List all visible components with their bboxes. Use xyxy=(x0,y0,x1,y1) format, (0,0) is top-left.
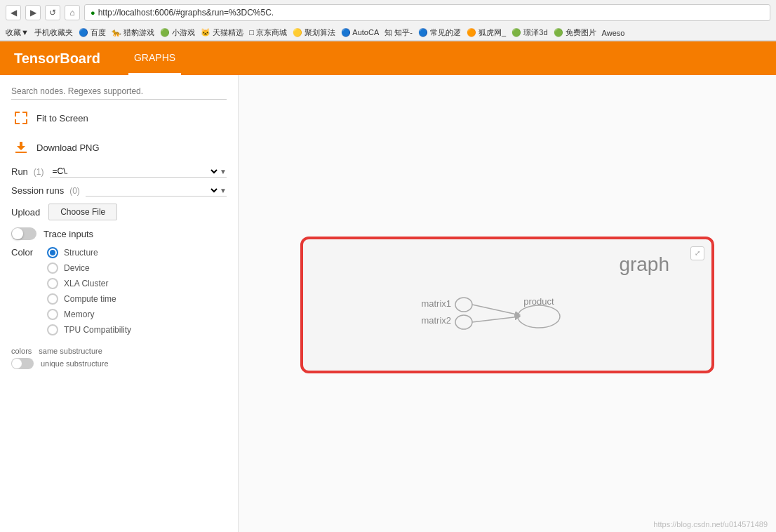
structure-label: Structure xyxy=(64,248,98,258)
bookmark-autoca[interactable]: 🔵 AutoCA xyxy=(341,28,379,37)
svg-rect-3 xyxy=(26,112,27,117)
color-label: Color xyxy=(11,247,33,258)
bookmark-aweso[interactable]: Aweso xyxy=(602,29,625,37)
trace-inputs-row: Trace inputs xyxy=(11,227,227,240)
graph-corner-button[interactable]: ⤢ xyxy=(690,246,704,260)
session-runs-count: (0) xyxy=(69,186,80,196)
url-text: http://localhost:6006/#graphs&run=%3DC%5… xyxy=(98,8,274,18)
graph-svg: matrix1 matrix2 xyxy=(402,280,613,350)
device-radio[interactable] xyxy=(47,262,58,274)
upload-label: Upload xyxy=(11,207,40,218)
same-substructure-label: same substructure xyxy=(39,347,102,355)
color-section: Color Structure Device XLA Cluster xyxy=(11,247,227,335)
graph-title: graph xyxy=(619,253,669,276)
bookmark-huxue[interactable]: 🟠 狐虎网_ xyxy=(467,27,506,38)
forward-button[interactable]: ▶ xyxy=(25,5,41,20)
bookmark-zhihu[interactable]: 知 知乎- xyxy=(384,27,413,38)
svg-rect-8 xyxy=(15,152,27,153)
bookmark-changjian[interactable]: 🔵 常见的逻 xyxy=(418,27,461,38)
address-bar[interactable]: ● http://localhost:6006/#graphs&run=%3DC… xyxy=(84,4,770,21)
legend-section: colors same substructure unique substruc… xyxy=(11,345,227,371)
app-header: TensorBoard GRAPHS xyxy=(0,41,776,75)
bookmark-jingze3d[interactable]: 🟢 璟泽3d xyxy=(511,27,547,38)
xla-radio[interactable] xyxy=(47,278,58,289)
device-label: Device xyxy=(64,263,90,273)
sidebar: Fit to Screen Download PNG Run (1) =C\. … xyxy=(0,75,239,532)
run-select-wrapper: =C\. ▼ xyxy=(50,166,227,178)
bookmark-tianmao[interactable]: 🐱 天猫精选 xyxy=(201,27,243,38)
bookmark-jingdong[interactable]: □ 京东商城 xyxy=(249,27,287,38)
unique-toggle[interactable] xyxy=(11,358,34,369)
product-text: product xyxy=(523,296,554,307)
choose-file-button[interactable]: Choose File xyxy=(48,204,117,220)
bookmarks-bar: 收藏▼ 手机收藏夹 🔵 百度 🐆 猎豹游戏 🟢 小游戏 🐱 天猫精选 □ 京东商… xyxy=(0,25,776,41)
color-xla-cluster[interactable]: XLA Cluster xyxy=(47,278,131,289)
product-node xyxy=(518,305,560,328)
bookmark-juhua[interactable]: 🟡 聚划算法 xyxy=(293,27,335,38)
back-button[interactable]: ◀ xyxy=(6,5,21,20)
browser-chrome: ◀ ▶ ↺ ⌂ ● http://localhost:6006/#graphs&… xyxy=(0,0,776,41)
xla-label: XLA Cluster xyxy=(64,279,108,288)
color-radio-group: Structure Device XLA Cluster Compute tim… xyxy=(44,247,131,335)
unique-toggle-knob xyxy=(12,359,22,368)
structure-radio[interactable] xyxy=(47,247,58,258)
fit-to-screen-button[interactable]: Fit to Screen xyxy=(11,107,227,129)
tpu-label: TPU Compatibility xyxy=(64,325,131,335)
bookmark-mobile[interactable]: 手机收藏夹 xyxy=(34,27,73,38)
matrix1-node xyxy=(455,298,472,312)
fit-to-screen-icon xyxy=(11,108,31,128)
download-icon xyxy=(11,138,31,157)
svg-rect-5 xyxy=(15,119,16,124)
color-compute-time[interactable]: Compute time xyxy=(47,293,131,305)
bookmark-mianfei[interactable]: 🟢 免费图片 xyxy=(554,27,596,38)
bookmark-baidu[interactable]: 🔵 百度 xyxy=(79,27,106,38)
bookmark-shoucan[interactable]: 收藏▼ xyxy=(6,27,29,38)
matrix2-text: matrix2 xyxy=(421,315,451,326)
compute-label: Compute time xyxy=(64,294,116,304)
fit-to-screen-label: Fit to Screen xyxy=(36,113,88,124)
matrix1-arrow xyxy=(472,305,520,315)
memory-radio[interactable] xyxy=(47,309,58,320)
run-select[interactable]: =C\. xyxy=(50,166,220,177)
run-dropdown-arrow: ▼ xyxy=(220,168,227,175)
nav-graphs[interactable]: GRAPHS xyxy=(128,42,181,75)
search-input[interactable] xyxy=(11,84,227,100)
bookmark-liebaoyouxi[interactable]: 🐆 猎豹游戏 xyxy=(112,27,154,38)
tpu-radio[interactable] xyxy=(47,324,58,335)
download-png-button[interactable]: Download PNG xyxy=(11,136,227,159)
svg-rect-1 xyxy=(15,112,16,117)
same-substructure-row: colors same substructure xyxy=(11,345,227,357)
memory-label: Memory xyxy=(64,310,94,319)
session-select[interactable] xyxy=(86,185,220,196)
watermark: https://blog.csdn.net/u014571489 xyxy=(653,520,768,528)
session-runs-label: Session runs xyxy=(11,185,64,196)
matrix1-text: matrix1 xyxy=(421,298,451,309)
compute-radio[interactable] xyxy=(47,293,58,305)
browser-nav: ◀ ▶ ↺ ⌂ ● http://localhost:6006/#graphs&… xyxy=(0,0,776,25)
session-runs-row: Session runs (0) ▼ xyxy=(11,185,227,197)
matrix2-arrow xyxy=(472,317,520,322)
color-memory[interactable]: Memory xyxy=(47,309,131,320)
main-content: graph ⤢ matrix1 matrix2 xyxy=(239,75,776,532)
session-select-wrapper: ▼ xyxy=(86,185,227,197)
trace-inputs-toggle[interactable] xyxy=(11,227,36,240)
download-png-label: Download PNG xyxy=(36,142,100,153)
run-count: (1) xyxy=(34,167,44,177)
unique-substructure-label: unique substructure xyxy=(41,359,109,368)
color-structure[interactable]: Structure xyxy=(47,247,131,258)
run-row: Run (1) =C\. ▼ xyxy=(11,166,227,178)
color-device[interactable]: Device xyxy=(47,262,131,274)
main-layout: Fit to Screen Download PNG Run (1) =C\. … xyxy=(0,75,776,532)
home-button[interactable]: ⌂ xyxy=(65,5,80,20)
svg-rect-7 xyxy=(26,119,27,124)
upload-row: Upload Choose File xyxy=(11,204,227,220)
bookmark-xiaoyouxi[interactable]: 🟢 小游戏 xyxy=(160,27,195,38)
secure-icon: ● xyxy=(91,8,95,17)
toggle-knob xyxy=(12,228,23,239)
reload-button[interactable]: ↺ xyxy=(45,5,60,20)
graph-container[interactable]: graph ⤢ matrix1 matrix2 xyxy=(300,237,714,373)
unique-substructure-row: unique substructure xyxy=(11,357,227,371)
color-tpu[interactable]: TPU Compatibility xyxy=(47,324,131,335)
app-title: TensorBoard xyxy=(14,51,100,67)
colors-label: colors xyxy=(11,347,32,355)
